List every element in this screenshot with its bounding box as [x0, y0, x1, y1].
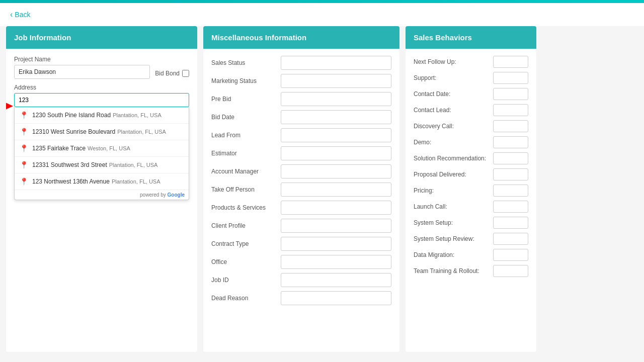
autocomplete-sub-4: Plantation, FL, USA: [112, 178, 160, 185]
sales-field-row-8: Pricing:: [414, 185, 528, 197]
pin-icon-2: 📍: [20, 144, 28, 152]
misc-label-12: Job ID: [211, 277, 277, 284]
sales-input-5[interactable]: [493, 136, 528, 148]
misc-label-10: Contract Type: [211, 240, 277, 247]
sales-input-0[interactable]: [493, 56, 528, 68]
sales-input-1[interactable]: [493, 72, 528, 84]
sales-field-row-10: System Setup:: [414, 217, 528, 229]
autocomplete-item-2[interactable]: 📍 1235 Fairlake Trace Weston, FL, USA: [15, 140, 189, 157]
sales-label-4: Discovery Call:: [414, 123, 490, 130]
sales-field-row-6: Solution Recommendation:: [414, 152, 528, 164]
project-name-label: Project Name: [14, 56, 150, 63]
misc-label-0: Sales Status: [211, 59, 277, 66]
autocomplete-item-1[interactable]: 📍 12310 West Sunrise Boulevard Plantatio…: [15, 124, 189, 140]
autocomplete-sub-3: Plantation, FL, USA: [109, 162, 158, 168]
sales-label-9: Launch Call:: [414, 203, 490, 210]
misc-input-5[interactable]: [281, 146, 391, 160]
misc-label-7: Take Off Person: [211, 186, 277, 193]
red-arrow: [6, 100, 13, 114]
misc-input-11[interactable]: [281, 255, 391, 269]
pin-icon-3: 📍: [20, 161, 28, 169]
misc-field-row-5: Estimator: [211, 146, 391, 160]
misc-field-row-2: Pre Bid: [211, 92, 391, 106]
sales-label-12: Data Migration:: [414, 251, 490, 258]
address-input[interactable]: [14, 93, 189, 107]
misc-field-row-7: Take Off Person: [211, 183, 391, 197]
sales-input-12[interactable]: [493, 249, 528, 261]
autocomplete-main-1: 12310 West Sunrise Boulevard: [32, 128, 115, 135]
sales-input-10[interactable]: [493, 217, 528, 229]
bid-bond-checkbox[interactable]: [182, 70, 189, 77]
sales-input-3[interactable]: [493, 104, 528, 116]
misc-input-1[interactable]: [281, 74, 391, 88]
pin-icon-1: 📍: [20, 128, 28, 136]
misc-label-8: Products & Services: [211, 204, 277, 211]
sales-input-11[interactable]: [493, 233, 528, 245]
misc-field-row-0: Sales Status: [211, 56, 391, 70]
misc-input-6[interactable]: [281, 164, 391, 178]
sales-input-7[interactable]: [493, 168, 528, 180]
address-container: 📍 1230 South Pine Island Road Plantation…: [14, 93, 189, 107]
back-link[interactable]: ‹ Back: [0, 3, 644, 26]
address-label: Address: [14, 84, 189, 91]
misc-field-row-12: Job ID: [211, 273, 391, 287]
pin-icon-4: 📍: [20, 177, 28, 186]
misc-field-row-10: Contract Type: [211, 237, 391, 251]
autocomplete-sub-1: Plantation, FL, USA: [117, 129, 166, 135]
sales-input-6[interactable]: [493, 152, 528, 164]
main-content: Job Information Project Name Bid Bond Ad…: [0, 26, 644, 358]
sales-label-7: Proposal Delivered:: [414, 171, 490, 178]
misc-input-4[interactable]: [281, 128, 391, 142]
autocomplete-item-4[interactable]: 📍 123 Northwest 136th Avenue Plantation,…: [15, 173, 189, 190]
autocomplete-sub-2: Weston, FL, USA: [88, 145, 130, 151]
sales-field-row-0: Next Follow Up:: [414, 56, 528, 68]
sales-label-8: Pricing:: [414, 187, 490, 194]
project-name-wrap: Project Name: [14, 56, 150, 79]
sales-label-1: Support:: [414, 74, 490, 81]
sales-field-row-12: Data Migration:: [414, 249, 528, 261]
misc-input-10[interactable]: [281, 237, 391, 251]
misc-field-row-13: Dead Reason: [211, 291, 391, 305]
sales-label-6: Solution Recommendation:: [414, 155, 490, 162]
misc-input-12[interactable]: [281, 273, 391, 287]
misc-input-9[interactable]: [281, 219, 391, 233]
misc-input-3[interactable]: [281, 110, 391, 124]
sales-field-row-5: Demo:: [414, 136, 528, 148]
sales-input-8[interactable]: [493, 185, 528, 197]
address-wrapper: 📍 1230 South Pine Island Road Plantation…: [14, 93, 189, 107]
bid-bond-label: Bid Bond: [155, 70, 180, 77]
misc-label-9: Client Profile: [211, 222, 277, 229]
sales-field-row-1: Support:: [414, 72, 528, 84]
sales-label-11: System Setup Review:: [414, 235, 490, 242]
misc-input-0[interactable]: [281, 56, 391, 70]
misc-input-8[interactable]: [281, 201, 391, 215]
sales-field-row-13: Team Training & Rollout:: [414, 265, 528, 277]
autocomplete-item-0[interactable]: 📍 1230 South Pine Island Road Plantation…: [15, 107, 189, 124]
sales-input-9[interactable]: [493, 201, 528, 213]
autocomplete-item-3[interactable]: 📍 12331 Southwest 3rd Street Plantation,…: [15, 157, 189, 173]
misc-label-5: Estimator: [211, 150, 277, 157]
sales-field-row-2: Contact Date:: [414, 88, 528, 100]
misc-input-2[interactable]: [281, 92, 391, 106]
misc-field-row-4: Lead From: [211, 128, 391, 142]
sales-field-row-4: Discovery Call:: [414, 120, 528, 132]
misc-information-panel: Miscellaneous Information Sales StatusMa…: [203, 26, 399, 352]
sales-input-2[interactable]: [493, 88, 528, 100]
sales-input-13[interactable]: [493, 265, 528, 277]
misc-information-body: Sales StatusMarketing StatusPre BidBid D…: [203, 49, 399, 349]
misc-information-header: Miscellaneous Information: [203, 26, 399, 49]
misc-field-row-9: Client Profile: [211, 219, 391, 233]
job-information-header: Job Information: [6, 26, 197, 49]
autocomplete-main-0: 1230 South Pine Island Road: [32, 112, 111, 119]
misc-input-7[interactable]: [281, 183, 391, 197]
autocomplete-main-3: 12331 Southwest 3rd Street: [32, 161, 107, 168]
project-name-input[interactable]: [14, 65, 150, 79]
sales-label-10: System Setup:: [414, 219, 490, 226]
sales-input-4[interactable]: [493, 120, 528, 132]
bid-bond-wrap: Bid Bond: [155, 70, 189, 79]
google-text: Google: [168, 192, 185, 198]
misc-input-13[interactable]: [281, 291, 391, 305]
misc-label-1: Marketing Status: [211, 77, 277, 84]
autocomplete-main-2: 1235 Fairlake Trace: [32, 145, 86, 152]
misc-field-row-6: Account Manager: [211, 164, 391, 178]
